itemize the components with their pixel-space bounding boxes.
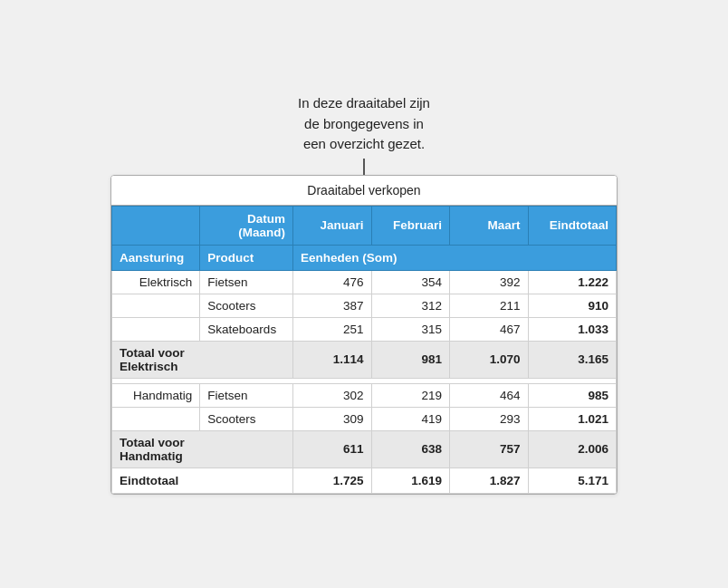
table-row: Handmatig Fietsen 302 219 464 985 (112, 383, 617, 407)
cell-aansturing: Elektrisch (112, 270, 200, 294)
header-spacer-2: Datum (Maand) (200, 206, 293, 245)
cell-maart: 293 (450, 407, 529, 430)
header-aansturing: Aansturing (112, 245, 200, 270)
subtotal-label: Totaal voorHandmatig (112, 430, 293, 468)
grand-total-jan: 1.725 (293, 468, 372, 493)
table-row: Elektrisch Fietsen 476 354 392 1.222 (112, 270, 617, 294)
cell-aansturing (112, 407, 200, 430)
cell-maart: 467 (450, 317, 529, 341)
subtotal-maart: 1.070 (450, 341, 529, 378)
pivot-table: Draaitabel verkopen Datum (Maand) Januar… (110, 175, 618, 495)
grand-total-eindtotaal: 5.171 (528, 468, 616, 493)
header-product: Product (200, 245, 293, 270)
subtotal-label: Totaal voorElektrisch (112, 341, 293, 378)
subtotal-elektrisch: Totaal voorElektrisch 1.114 981 1.070 3.… (112, 341, 617, 378)
cell-feb: 219 (371, 383, 450, 407)
subtotal-eindtotaal: 3.165 (528, 341, 616, 378)
grand-total-feb: 1.619 (371, 468, 450, 493)
cell-product: Fietsen (200, 270, 293, 294)
grand-total-maart: 1.827 (450, 468, 529, 493)
cell-product: Scooters (200, 294, 293, 317)
header-row-2: Aansturing Product Eenheden (Som) (112, 245, 617, 270)
cell-jan: 387 (293, 294, 372, 317)
cell-feb: 419 (371, 407, 450, 430)
header-row-1: Datum (Maand) Januari Februari Maart Ein… (112, 206, 617, 245)
cell-feb: 312 (371, 294, 450, 317)
cell-eindtotaal: 1.021 (528, 407, 616, 430)
cell-maart: 464 (450, 383, 529, 407)
grand-total-row: Eindtotaal 1.725 1.619 1.827 5.171 (112, 468, 617, 493)
cell-jan: 309 (293, 407, 372, 430)
header-spacer-1 (112, 206, 200, 245)
header-eindtotaal: Eindtotaal (528, 206, 616, 245)
subtotal-maart: 757 (450, 430, 529, 468)
header-maart: Maart (450, 206, 529, 245)
cell-product: Fietsen (200, 383, 293, 407)
subtotal-feb: 638 (371, 430, 450, 468)
table-row: Scooters 309 419 293 1.021 (112, 407, 617, 430)
cell-eindtotaal: 910 (528, 294, 616, 317)
cell-jan: 251 (293, 317, 372, 341)
callout-area: In deze draaitabel zijn de brongegevens … (298, 93, 430, 175)
header-februari: Februari (371, 206, 450, 245)
cell-feb: 315 (371, 317, 450, 341)
cell-jan: 302 (293, 383, 372, 407)
cell-product: Skateboards (200, 317, 293, 341)
subtotal-eindtotaal: 2.006 (528, 430, 616, 468)
table-title: Draaitabel verkopen (111, 176, 617, 206)
callout-text: In deze draaitabel zijn de brongegevens … (298, 93, 430, 155)
cell-jan: 476 (293, 270, 372, 294)
cell-product: Scooters (200, 407, 293, 430)
cell-eindtotaal: 1.222 (528, 270, 616, 294)
cell-aansturing (112, 317, 200, 341)
table-row: Skateboards 251 315 467 1.033 (112, 317, 617, 341)
cell-aansturing: Handmatig (112, 383, 200, 407)
cell-eindtotaal: 1.033 (528, 317, 616, 341)
grand-total-label: Eindtotaal (112, 468, 293, 493)
cell-aansturing (112, 294, 200, 317)
table-row: Scooters 387 312 211 910 (112, 294, 617, 317)
page-container: In deze draaitabel zijn de brongegevens … (18, 93, 710, 495)
subtotal-jan: 1.114 (293, 341, 372, 378)
cell-eindtotaal: 985 (528, 383, 616, 407)
callout-line (363, 159, 365, 175)
cell-maart: 211 (450, 294, 529, 317)
header-eenheden: Eenheden (Som) (293, 245, 617, 270)
subtotal-feb: 981 (371, 341, 450, 378)
cell-maart: 392 (450, 270, 529, 294)
subtotal-handmatig: Totaal voorHandmatig 611 638 757 2.006 (112, 430, 617, 468)
data-table: Datum (Maand) Januari Februari Maart Ein… (111, 206, 617, 494)
header-januari: Januari (293, 206, 372, 245)
cell-feb: 354 (371, 270, 450, 294)
subtotal-jan: 611 (293, 430, 372, 468)
